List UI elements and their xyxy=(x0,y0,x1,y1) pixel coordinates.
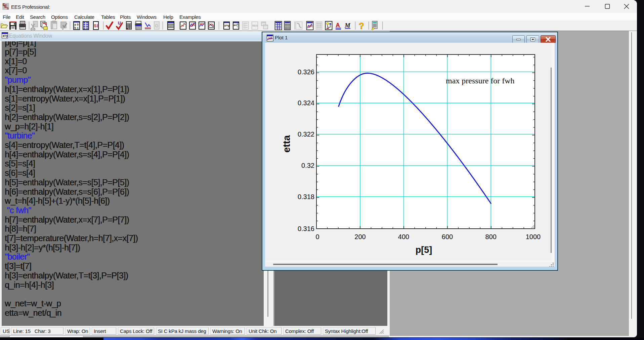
svg-text:G: G xyxy=(155,23,159,28)
svg-text:etta: etta xyxy=(281,135,292,152)
svg-text:0.316: 0.316 xyxy=(298,225,314,232)
svg-text:p[5]: p[5] xyxy=(416,245,432,255)
svg-text:?: ? xyxy=(359,21,364,31)
svg-text:a=: a= xyxy=(234,24,237,27)
svg-text:0.32: 0.32 xyxy=(301,162,314,169)
svg-text:0.326: 0.326 xyxy=(298,68,314,76)
svg-text:x=y: x=y xyxy=(224,24,229,27)
svg-text:x: x xyxy=(237,23,238,25)
svg-text:RES: RES xyxy=(252,24,258,27)
svg-text:A: A xyxy=(336,22,340,29)
svg-text:200: 200 xyxy=(354,233,366,240)
svg-text:0.318: 0.318 xyxy=(298,193,314,200)
svg-text:0.324: 0.324 xyxy=(298,99,314,107)
svg-text:0.322: 0.322 xyxy=(298,130,314,138)
svg-text:M: M xyxy=(344,22,351,29)
svg-text:SI: SI xyxy=(94,24,98,28)
svg-text:1000: 1000 xyxy=(526,233,541,240)
svg-text:U: U xyxy=(118,21,121,26)
svg-text:800: 800 xyxy=(485,233,497,240)
svg-text:0: 0 xyxy=(315,233,319,240)
svg-text:600: 600 xyxy=(442,233,453,240)
svg-text:400: 400 xyxy=(398,233,409,240)
svg-text:b: b xyxy=(74,26,76,30)
svg-text:1: 1 xyxy=(77,26,79,30)
svg-text:abc: abc xyxy=(200,22,205,25)
svg-text:0: 0 xyxy=(77,23,79,26)
svg-text:max pressure for fwh: max pressure for fwh xyxy=(446,76,515,85)
svg-text:S: S xyxy=(7,7,9,10)
svg-text:c: c xyxy=(237,25,238,28)
